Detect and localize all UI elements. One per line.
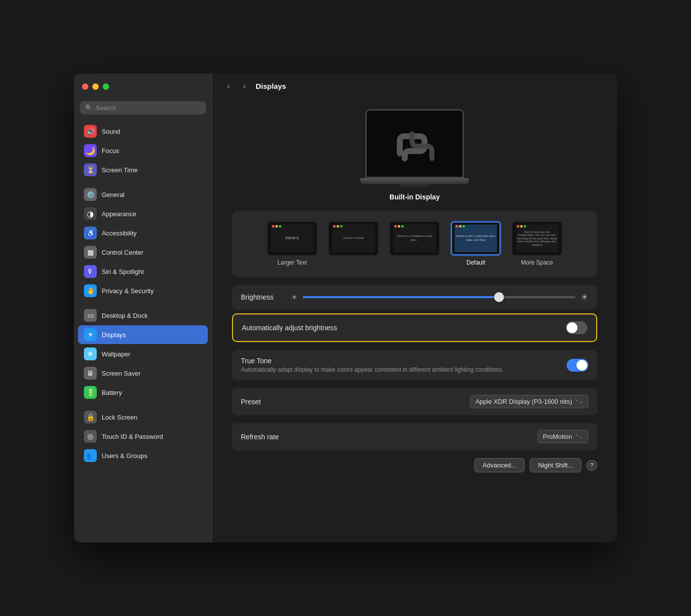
- res-option-2[interactable]: Here's to troubl: [326, 219, 381, 262]
- auto-brightness-toggle-knob: [567, 322, 577, 333]
- preset-dropdown-arrow: ⌃⌄: [575, 399, 583, 404]
- sound-icon: 🔊: [84, 125, 97, 138]
- separator-2: [74, 301, 212, 306]
- res-mini-text-3: Here's to t troublema ones who...: [393, 233, 436, 243]
- refresh-rate-dropdown[interactable]: ProMotion ⌃⌄: [537, 430, 588, 443]
- sidebar-label-displays: Displays: [102, 331, 126, 339]
- dot-yellow-5: [520, 225, 523, 228]
- true-tone-toggle[interactable]: [567, 359, 588, 372]
- refresh-rate-row: Refresh rate ProMotion ⌃⌄: [232, 423, 597, 450]
- res-option-more-space[interactable]: Here's to the crazy one troublemakers. T…: [509, 219, 565, 269]
- brightness-row: Brightness ☀ ☀: [232, 285, 597, 309]
- sidebar-item-control-center[interactable]: ▦ Control Center: [78, 243, 208, 262]
- sidebar-item-sound[interactable]: 🔊 Sound: [78, 122, 208, 141]
- sidebar-item-lock-screen[interactable]: 🔒 Lock Screen: [78, 408, 208, 426]
- laptop-screen: [365, 109, 464, 178]
- sidebar-item-accessibility[interactable]: ♿ Accessibility: [78, 224, 208, 242]
- res-option-3[interactable]: Here's to t troublema ones who...: [387, 219, 442, 262]
- sidebar-label-users-groups: Users & Groups: [102, 452, 147, 460]
- true-tone-toggle-knob: [576, 360, 587, 371]
- res-preview-3: Here's to t troublema ones who...: [390, 222, 439, 255]
- display-name-label: Built-in Display: [389, 193, 440, 201]
- close-button[interactable]: [82, 83, 88, 90]
- minimize-button[interactable]: [92, 83, 99, 90]
- sidebar-item-siri[interactable]: 🎙 Siri & Spotlight: [78, 262, 208, 281]
- refresh-rate-panel: Refresh rate ProMotion ⌃⌄: [232, 423, 597, 450]
- maximize-button[interactable]: [103, 83, 109, 90]
- dot-yellow-2: [337, 225, 339, 228]
- dot-yellow-4: [459, 225, 461, 228]
- dot-red-5: [517, 225, 519, 228]
- res-option-default[interactable]: Here's to the c ones who see t rules. An…: [448, 219, 503, 269]
- preset-value: Apple XDR Display (P3-1600 nits) ⌃⌄: [470, 395, 588, 408]
- sidebar-scroll: 🔊 Sound 🌙 Focus ⏳ Screen Time ⚙️ General…: [74, 119, 212, 542]
- preset-row: Preset Apple XDR Display (P3-1600 nits) …: [232, 388, 597, 415]
- sidebar-item-focus[interactable]: 🌙 Focus: [78, 141, 208, 160]
- users-groups-icon: 👥: [84, 449, 97, 462]
- resolution-panel: Here's Larger Text: [232, 211, 597, 277]
- true-tone-sublabel: Automatically adapt display to make colo…: [241, 366, 567, 373]
- sidebar-label-desktop-dock: Desktop & Dock: [102, 312, 148, 319]
- desktop-dock-icon: ▭: [84, 309, 97, 322]
- dot-red-4: [456, 225, 458, 228]
- sidebar-item-privacy[interactable]: 🤚 Privacy & Security: [78, 281, 208, 300]
- dot-green-4: [462, 225, 465, 228]
- display-logo-svg: [385, 119, 444, 168]
- main-titlebar: ‹ › Displays: [212, 74, 617, 99]
- brightness-slider-fill: [303, 296, 499, 298]
- sidebar-item-screen-time[interactable]: ⏳ Screen Time: [78, 160, 208, 179]
- sidebar-item-displays[interactable]: ☀ Displays: [78, 325, 208, 344]
- refresh-rate-value: ProMotion ⌃⌄: [537, 430, 588, 443]
- bottom-bar: Advanced... Night Shift... ?: [232, 458, 597, 472]
- true-tone-panel: True Tone Automatically adapt display to…: [232, 350, 597, 380]
- sidebar-label-accessibility: Accessibility: [102, 230, 137, 237]
- sidebar-item-general[interactable]: ⚙️ General: [78, 185, 208, 204]
- true-tone-label: True Tone: [241, 357, 567, 365]
- sidebar-item-battery[interactable]: 🔋 Battery: [78, 383, 208, 402]
- sidebar-item-screen-saver[interactable]: 🖥 Screen Saver: [78, 364, 208, 383]
- forward-button[interactable]: ›: [238, 80, 251, 93]
- sidebar-item-touch-id[interactable]: ◎ Touch ID & Password: [78, 427, 208, 446]
- back-button[interactable]: ‹: [222, 80, 235, 93]
- sidebar-label-screen-time: Screen Time: [102, 166, 138, 174]
- sidebar-item-desktop-dock[interactable]: ▭ Desktop & Dock: [78, 306, 208, 325]
- brightness-slider-thumb[interactable]: [494, 292, 504, 302]
- brightness-slider-track[interactable]: [303, 296, 576, 298]
- sidebar-item-wallpaper[interactable]: ❄ Wallpaper: [78, 345, 208, 363]
- res-label-default: Default: [466, 259, 485, 266]
- laptop-base: [360, 178, 469, 184]
- auto-brightness-setting: Automatically adjust brightness: [233, 314, 596, 341]
- auto-brightness-label: Automatically adjust brightness: [242, 324, 566, 332]
- preset-panel: Preset Apple XDR Display (P3-1600 nits) …: [232, 388, 597, 415]
- focus-icon: 🌙: [84, 144, 97, 157]
- sidebar-item-appearance[interactable]: ◑ Appearance: [78, 204, 208, 223]
- dot-yellow: [275, 225, 278, 228]
- auto-brightness-toggle[interactable]: [566, 321, 587, 334]
- night-shift-button[interactable]: Night Shift...: [530, 458, 581, 472]
- sun-dim-icon: ☀: [291, 293, 298, 301]
- refresh-rate-dropdown-arrow: ⌃⌄: [575, 434, 583, 439]
- sun-bright-icon: ☀: [580, 292, 588, 303]
- advanced-button[interactable]: Advanced...: [474, 458, 525, 472]
- sidebar-label-siri: Siri & Spotlight: [102, 268, 144, 275]
- dot-green-3: [401, 225, 404, 228]
- search-input[interactable]: [96, 104, 201, 112]
- res-preview-2: Here's to troubl: [329, 222, 378, 255]
- help-button[interactable]: ?: [586, 460, 597, 471]
- screen-saver-icon: 🖥: [84, 367, 97, 380]
- res-preview-larger-text: Here's: [268, 222, 317, 255]
- dot-green-2: [340, 225, 343, 228]
- sidebar-item-users-groups[interactable]: 👥 Users & Groups: [78, 446, 208, 465]
- titlebar: [74, 74, 212, 99]
- res-label-more-space: More Space: [521, 259, 553, 266]
- res-option-larger-text[interactable]: Here's Larger Text: [265, 219, 320, 269]
- separator-1: [74, 180, 212, 185]
- preset-dropdown[interactable]: Apple XDR Display (P3-1600 nits) ⌃⌄: [470, 395, 588, 408]
- res-inner-4: Here's to the c ones who see t rules. An…: [455, 225, 497, 252]
- true-tone-text: True Tone Automatically adapt display to…: [241, 357, 567, 373]
- dot-red-3: [394, 225, 397, 228]
- displays-icon: ☀: [84, 328, 97, 341]
- search-box[interactable]: 🔍: [80, 101, 206, 115]
- sidebar: 🔍 🔊 Sound 🌙 Focus ⏳ Screen Time ⚙️: [74, 74, 212, 542]
- true-tone-row: True Tone Automatically adapt display to…: [232, 350, 597, 380]
